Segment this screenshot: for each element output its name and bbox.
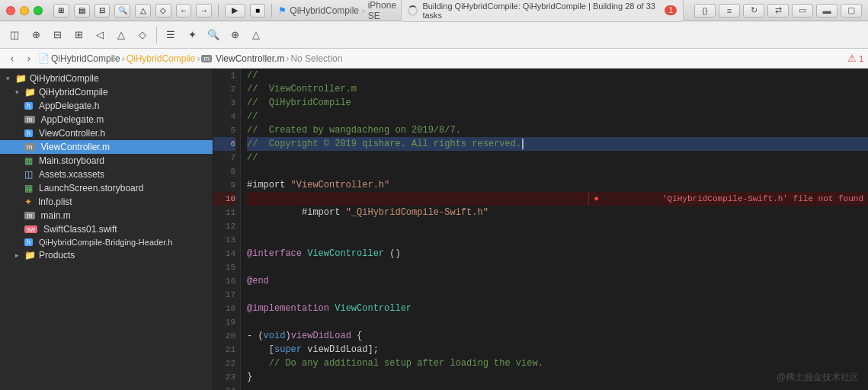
code-line-20: - (void)viewDidLoad { bbox=[247, 329, 868, 343]
hierarchy-button[interactable]: ▤ bbox=[74, 4, 90, 18]
sidebar-item-swiftclass[interactable]: sw SwiftClass01.swift bbox=[0, 222, 213, 236]
window-button-1[interactable]: ▭ bbox=[792, 4, 813, 18]
project-name[interactable]: QiHybridCompile bbox=[290, 5, 359, 16]
main-layout: ▾ 📁 QiHybridCompile ▾ 📁 QiHybridCompile … bbox=[0, 69, 868, 390]
layout-button[interactable]: ⊟ bbox=[94, 4, 111, 18]
toolbar-btn-2[interactable]: ⊕ bbox=[26, 25, 46, 45]
nav-path: 📄 QiHybridCompile › QiHybridCompile › m … bbox=[38, 53, 342, 64]
code-line-13 bbox=[247, 233, 868, 247]
sidebar-item-viewcontroller-h[interactable]: h ViewController.h bbox=[0, 126, 213, 140]
disclosure-products: ▸ bbox=[15, 251, 24, 259]
device-name[interactable]: iPhone SE bbox=[368, 0, 396, 21]
xcassets-icon: ◫ bbox=[24, 169, 33, 180]
sidebar-item-info-plist[interactable]: ✦ Info.plist bbox=[0, 195, 213, 209]
swift-icon: sw bbox=[24, 225, 37, 233]
sidebar-label-root: QiHybridCompile bbox=[30, 73, 99, 84]
sidebar-group-main[interactable]: ▾ 📁 QiHybridCompile bbox=[0, 85, 213, 99]
nav-back-button[interactable]: ‹ bbox=[5, 51, 20, 66]
nav-forward-button[interactable]: › bbox=[21, 51, 37, 66]
code-line-19 bbox=[247, 315, 868, 329]
search-button-tb[interactable]: 🔍 bbox=[114, 4, 130, 18]
nav-path-group[interactable]: QiHybridCompile bbox=[127, 53, 196, 64]
warning-button[interactable]: △ bbox=[135, 4, 151, 18]
line-num-22: 22 bbox=[213, 356, 235, 370]
line-num-14: 14 bbox=[213, 247, 235, 261]
code-line-15 bbox=[247, 261, 868, 274]
hamburger-button[interactable]: ≡ bbox=[719, 4, 740, 18]
sidebar-label-viewcontroller-m: ViewController.m bbox=[41, 142, 110, 152]
m-icon-2: m bbox=[24, 143, 35, 151]
sidebar: ▾ 📁 QiHybridCompile ▾ 📁 QiHybridCompile … bbox=[0, 69, 213, 390]
toolbar-btn-9[interactable]: ✦ bbox=[182, 25, 202, 45]
line-numbers: 1 2 3 4 5 6 7 8 9 10 11 12 13 14 15 16 1… bbox=[213, 69, 241, 390]
nav-path-project[interactable]: QiHybridCompile bbox=[51, 53, 120, 64]
arrow-right-tb[interactable]: → bbox=[196, 4, 212, 18]
refresh-button[interactable]: ↻ bbox=[743, 4, 764, 18]
line-num-17: 17 bbox=[213, 288, 235, 302]
code-line-6: // Copyright © 2019 qishare. All rights … bbox=[247, 137, 868, 151]
sidebar-item-viewcontroller-m[interactable]: m ViewController.m bbox=[0, 140, 213, 154]
sidebar-item-assets[interactable]: ◫ Assets.xcassets bbox=[0, 168, 213, 181]
toolbar: ◫ ⊕ ⊟ ⊞ ◁ △ ◇ ☰ ✦ 🔍 ⊕ △ bbox=[0, 21, 868, 49]
toolbar-btn-12[interactable]: △ bbox=[246, 25, 266, 45]
line-num-18: 18 bbox=[213, 302, 235, 315]
sidebar-root[interactable]: ▾ 📁 QiHybridCompile bbox=[0, 72, 213, 85]
nav-path-file[interactable]: ViewController.m bbox=[216, 53, 284, 64]
line-num-5: 5 bbox=[213, 123, 235, 137]
toolbar-btn-5[interactable]: ◁ bbox=[90, 25, 110, 45]
line-num-10: 10 bbox=[213, 192, 235, 206]
close-button[interactable] bbox=[6, 6, 15, 15]
toolbar-btn-7[interactable]: ◇ bbox=[133, 25, 152, 45]
toolbar-btn-3[interactable]: ⊟ bbox=[47, 25, 67, 45]
toolbar-btn-1[interactable]: ◫ bbox=[5, 25, 24, 45]
window-button-2[interactable]: ▬ bbox=[816, 4, 838, 18]
curly-brace-button[interactable]: {} bbox=[694, 4, 716, 18]
code-line-4: // bbox=[247, 110, 868, 123]
sidebar-label-appdelegate-h: AppDelegate.h bbox=[39, 101, 99, 111]
line-num-24: 24 bbox=[213, 384, 235, 390]
titlebar-breadcrumb: ⚑ QiHybridCompile › iPhone SE bbox=[278, 0, 396, 21]
run-button[interactable]: ▶ bbox=[225, 4, 245, 18]
line-num-3: 3 bbox=[213, 96, 235, 110]
line-num-20: 20 bbox=[213, 329, 235, 343]
line-num-11: 11 bbox=[213, 206, 235, 219]
toolbar-btn-8[interactable]: ☰ bbox=[161, 25, 181, 45]
nav-path-selection[interactable]: No Selection bbox=[290, 53, 342, 64]
line-num-21: 21 bbox=[213, 343, 235, 356]
sidebar-item-bridging-header[interactable]: h QiHybridCompile-Bridging-Header.h bbox=[0, 236, 213, 248]
window-button-3[interactable]: ▢ bbox=[841, 4, 862, 18]
alert-count: 1 bbox=[859, 54, 863, 63]
sidebar-item-appdelegate-h[interactable]: h AppDelegate.h bbox=[0, 99, 213, 113]
diamond-button[interactable]: ◇ bbox=[155, 4, 171, 18]
line-num-13: 13 bbox=[213, 233, 235, 247]
code-line-1: // bbox=[247, 69, 868, 82]
m-icon-1: m bbox=[24, 116, 35, 123]
stop-button[interactable]: ■ bbox=[250, 4, 266, 18]
line-num-4: 4 bbox=[213, 110, 235, 123]
toolbar-btn-10[interactable]: 🔍 bbox=[203, 25, 223, 45]
alert-triangle-icon[interactable]: ⚠ bbox=[847, 53, 857, 64]
sidebar-label-group: QiHybridCompile bbox=[39, 87, 108, 98]
line-num-2: 2 bbox=[213, 82, 235, 96]
sidebar-item-appdelegate-m[interactable]: m AppDelegate.m bbox=[0, 113, 213, 126]
sidebar-item-launch-storyboard[interactable]: ▦ LaunchScreen.storyboard bbox=[0, 181, 213, 195]
nav-path-icon: 📄 bbox=[38, 53, 50, 64]
back-forward-button[interactable]: ⇄ bbox=[767, 4, 789, 18]
arrow-left-tb[interactable]: ← bbox=[176, 4, 192, 18]
code-editor[interactable]: 1 2 3 4 5 6 7 8 9 10 11 12 13 14 15 16 1… bbox=[213, 69, 868, 390]
sidebar-toggle-button[interactable]: ⊞ bbox=[53, 4, 69, 18]
watermark: @稀土掘金技术社区 bbox=[777, 371, 859, 384]
toolbar-btn-4[interactable]: ⊞ bbox=[69, 25, 88, 45]
toolbar-btn-6[interactable]: △ bbox=[111, 25, 131, 45]
sidebar-item-main-storyboard[interactable]: ▦ Main.storyboard bbox=[0, 154, 213, 168]
plist-icon: ✦ bbox=[24, 197, 32, 207]
code-line-3: // QiHybridCompile bbox=[247, 96, 868, 110]
minimize-button[interactable] bbox=[20, 6, 29, 15]
nav-sep-3: › bbox=[286, 53, 289, 64]
code-line-12 bbox=[247, 219, 868, 233]
toolbar-btn-11[interactable]: ⊕ bbox=[225, 25, 245, 45]
maximize-button[interactable] bbox=[34, 6, 43, 15]
sidebar-item-products[interactable]: ▸ 📁 Products bbox=[0, 248, 213, 262]
line-num-15: 15 bbox=[213, 261, 235, 274]
sidebar-item-main-m[interactable]: m main.m bbox=[0, 209, 213, 222]
